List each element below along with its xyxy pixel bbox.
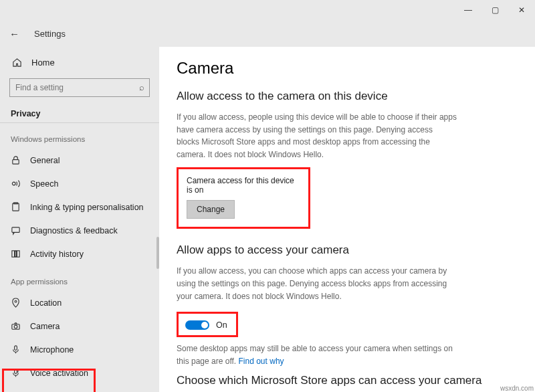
section-app-permissions: App permissions xyxy=(0,266,159,291)
desktop-apps-note: Some desktop apps may still be able to a… xyxy=(177,342,457,367)
content-pane: Camera Allow access to the camera on thi… xyxy=(159,47,535,392)
sidebar-item-voice-activation[interactable]: Voice activation xyxy=(0,361,159,385)
sidebar-item-diagnostics[interactable]: Diagnostics & feedback xyxy=(0,219,159,242)
svg-rect-0 xyxy=(13,160,19,165)
home-icon xyxy=(12,58,22,68)
section-windows-permissions: Windows permissions xyxy=(0,123,159,149)
svg-rect-4 xyxy=(12,227,19,233)
highlight-border-change: Camera access for this device is on Chan… xyxy=(177,167,310,229)
sidebar-item-camera[interactable]: Camera xyxy=(0,314,159,338)
highlight-border-toggle: On xyxy=(177,312,238,337)
sidebar-item-label: Location xyxy=(30,298,62,308)
app-header: ← Settings xyxy=(0,20,535,47)
history-icon xyxy=(11,249,21,259)
sidebar-item-label: Inking & typing personalisation xyxy=(30,203,144,212)
sidebar-item-label: Activity history xyxy=(30,250,84,259)
svg-rect-11 xyxy=(15,346,17,351)
microphone-icon xyxy=(11,345,21,355)
sidebar-item-general[interactable]: General xyxy=(0,149,159,172)
home-label: Home xyxy=(31,58,55,68)
sidebar-item-label: Diagnostics & feedback xyxy=(30,226,118,235)
speech-icon xyxy=(11,179,21,189)
sidebar-item-label: Camera xyxy=(30,322,60,331)
section-desc-device-access: If you allow access, people using this d… xyxy=(177,111,457,161)
window-maximize-button[interactable]: ▢ xyxy=(481,1,508,19)
camera-icon xyxy=(11,321,21,331)
svg-rect-2 xyxy=(13,203,19,211)
svg-point-8 xyxy=(15,300,17,302)
find-out-why-link[interactable]: Find out why xyxy=(239,357,284,366)
watermark: wsxdn.com xyxy=(500,385,534,392)
sidebar: Home ⌕ Privacy Windows permissions Gener… xyxy=(0,47,159,392)
feedback-icon xyxy=(11,225,21,235)
sidebar-item-label: Voice activation xyxy=(30,369,88,378)
window-close-button[interactable]: ✕ xyxy=(508,1,535,19)
sidebar-item-speech[interactable]: Speech xyxy=(0,172,159,195)
app-title: Settings xyxy=(34,29,66,39)
section-heading-store-apps: Choose which Microsoft Store apps can ac… xyxy=(177,374,520,387)
page-title: Camera xyxy=(177,59,520,78)
search-box[interactable]: ⌕ xyxy=(9,78,150,97)
search-icon: ⌕ xyxy=(139,82,144,92)
back-button[interactable]: ← xyxy=(7,25,22,42)
apps-access-toggle[interactable] xyxy=(185,320,209,330)
titlebar: — ▢ ✕ xyxy=(0,0,535,20)
category-header-privacy: Privacy xyxy=(0,102,159,122)
search-input[interactable] xyxy=(9,78,150,97)
svg-point-1 xyxy=(12,182,15,185)
sidebar-item-inking[interactable]: Inking & typing personalisation xyxy=(0,195,159,219)
change-button[interactable]: Change xyxy=(187,200,235,219)
svg-rect-5 xyxy=(12,251,15,257)
sidebar-item-label: Microphone xyxy=(30,345,74,355)
sidebar-item-activity-history[interactable]: Activity history xyxy=(0,242,159,266)
sidebar-item-location[interactable]: Location xyxy=(0,291,159,314)
home-nav[interactable]: Home xyxy=(0,52,159,73)
device-access-status: Camera access for this device is on xyxy=(187,176,300,195)
section-heading-apps-access: Allow apps to access your camera xyxy=(177,243,520,257)
clipboard-icon xyxy=(11,202,21,212)
window-minimize-button[interactable]: — xyxy=(455,1,481,19)
sidebar-item-label: General xyxy=(30,156,60,165)
svg-point-10 xyxy=(14,325,17,328)
toggle-state-label: On xyxy=(216,320,227,330)
section-desc-apps-access: If you allow access, you can choose whic… xyxy=(177,265,457,302)
lock-icon xyxy=(11,155,21,165)
sidebar-item-microphone[interactable]: Microphone xyxy=(0,338,159,361)
svg-rect-7 xyxy=(17,251,19,257)
svg-rect-6 xyxy=(15,251,17,257)
svg-rect-12 xyxy=(15,369,17,374)
section-heading-device-access: Allow access to the camera on this devic… xyxy=(177,90,520,103)
voice-icon xyxy=(11,368,21,378)
sidebar-item-label: Speech xyxy=(30,179,58,189)
location-icon xyxy=(11,298,21,308)
